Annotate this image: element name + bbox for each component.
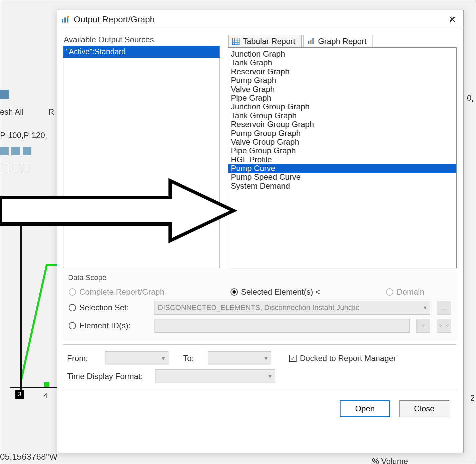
report-tabs: Tabular Report Graph Report: [228, 35, 457, 47]
time-format-dropdown[interactable]: ▾: [155, 369, 275, 383]
radio-complete-label: Complete Report/Graph: [79, 287, 164, 297]
bg-toolbar: [0, 147, 31, 155]
data-scope-label: Data Scope: [68, 273, 454, 282]
bg-coord: 05.1563768°W: [0, 452, 57, 462]
svg-point-4: [67, 16, 69, 18]
list-item[interactable]: Junction Group Graph: [228, 102, 456, 111]
list-item[interactable]: Junction Graph: [228, 50, 456, 58]
bg-refresh-label: esh All: [0, 107, 24, 117]
tab-graph-label: Graph Report: [318, 37, 366, 46]
bg-tb-icon-2[interactable]: [11, 147, 20, 155]
table-icon: [232, 38, 240, 45]
element-pick-button[interactable]: >··<: [437, 319, 451, 333]
list-item[interactable]: System Demand: [228, 182, 456, 190]
bg-tb-icon-1[interactable]: [0, 147, 9, 155]
chevron-down-icon: ▾: [162, 355, 165, 362]
bg-tb2-icon-1[interactable]: [2, 165, 9, 172]
list-item[interactable]: Valve Group Graph: [228, 138, 456, 146]
bg-tb2-icon-2[interactable]: [12, 165, 19, 172]
chevron-down-icon: ▾: [269, 373, 272, 380]
graph-report-list[interactable]: Junction Graph Tank Graph Reservoir Grap…: [228, 47, 457, 268]
svg-rect-2: [64, 17, 66, 22]
element-prev-button[interactable]: <: [416, 319, 430, 333]
element-ids-label: Element ID(s):: [79, 321, 149, 330]
titlebar: Output Report/Graph ✕: [57, 10, 463, 29]
data-scope-group: Data Scope Complete Report/Graph Selecte…: [63, 270, 457, 340]
separator: [63, 390, 457, 390]
output-report-dialog: Output Report/Graph ✕ Available Output S…: [57, 10, 464, 453]
svg-rect-1: [62, 19, 63, 22]
radio-element-ids[interactable]: Element ID(s):: [69, 321, 149, 330]
radio-selected-elements[interactable]: Selected Element(s) <: [230, 287, 320, 297]
bg-axis-x: [10, 387, 57, 388]
to-dropdown[interactable]: ▾: [208, 351, 271, 365]
time-format-row: Time Display Format: ▾: [63, 367, 457, 385]
dialog-buttons: Open Close: [63, 395, 457, 420]
docked-label: Docked to Report Manager: [300, 354, 396, 363]
time-format-label: Time Display Format:: [67, 372, 150, 381]
time-range-row: From: ▾ To: ▾ ✓ Docked to Report Manager: [63, 349, 457, 367]
tab-tabular-report[interactable]: Tabular Report: [228, 35, 302, 47]
list-item[interactable]: Tank Group Graph: [228, 111, 456, 120]
tab-graph-report[interactable]: Graph Report: [304, 35, 373, 47]
from-label: From:: [67, 354, 100, 363]
to-label: To:: [183, 354, 203, 363]
bg-tb2-icon-3[interactable]: [22, 165, 29, 172]
radio-selected-label: Selected Element(s) <: [241, 287, 320, 297]
svg-rect-10: [308, 41, 310, 44]
list-item[interactable]: Pump Speed Curve: [228, 173, 456, 181]
list-item[interactable]: HGL Profile: [228, 155, 456, 164]
bg-chart-line: [20, 262, 60, 395]
selection-set-label: Selection Set:: [79, 303, 149, 312]
open-button[interactable]: Open: [340, 400, 390, 417]
sources-list[interactable]: "Active":Standard: [63, 46, 220, 268]
dialog-icon: [61, 15, 70, 24]
list-item[interactable]: Pipe Group Graph: [228, 146, 456, 155]
svg-rect-5: [232, 38, 239, 45]
check-icon: ✓: [289, 355, 297, 362]
from-dropdown[interactable]: ▾: [105, 351, 168, 365]
radio-complete-report: Complete Report/Graph: [69, 287, 164, 297]
docked-checkbox[interactable]: ✓ Docked to Report Manager: [289, 354, 396, 363]
radio-domain: Domain: [386, 287, 424, 297]
bg-axis-y: [20, 213, 22, 390]
list-item[interactable]: Reservoir Group Graph: [228, 120, 456, 129]
radio-domain-label: Domain: [397, 287, 424, 297]
element-ids-input[interactable]: [154, 319, 410, 333]
radio-selection-set[interactable]: Selection Set:: [69, 303, 149, 312]
bg-pumps-label: P-100,P-120,: [0, 131, 47, 140]
separator: [63, 344, 457, 345]
bg-tool-icon[interactable]: [0, 90, 9, 99]
chart-icon: [307, 38, 315, 45]
bg-tb-icon-3[interactable]: [23, 147, 31, 155]
selection-set-browse-button[interactable]: …: [437, 301, 451, 315]
chevron-down-icon: ▾: [424, 304, 427, 311]
svg-rect-12: [313, 38, 314, 44]
list-item[interactable]: Reservoir Graph: [228, 67, 456, 76]
svg-rect-0: [44, 382, 49, 387]
selection-set-dropdown[interactable]: DISCONNECTED_ELEMENTS, Disconnection Ins…: [154, 301, 430, 315]
list-item[interactable]: Pump Group Graph: [228, 129, 456, 138]
selection-set-value: DISCONNECTED_ELEMENTS, Disconnection Ins…: [158, 303, 359, 312]
list-item[interactable]: Tank Graph: [228, 58, 456, 67]
dialog-title: Output Report/Graph: [74, 14, 445, 25]
list-item[interactable]: Pipe Graph: [228, 94, 456, 102]
bg-right-0: 0,: [467, 93, 474, 103]
list-item-pump-curve[interactable]: Pump Curve: [228, 164, 456, 173]
close-icon[interactable]: ✕: [445, 14, 459, 25]
list-item[interactable]: Pump Graph: [228, 76, 456, 85]
chevron-down-icon: ▾: [265, 355, 268, 362]
available-sources-label: Available Output Sources: [63, 35, 220, 46]
list-item[interactable]: Valve Graph: [228, 85, 456, 94]
bg-toolbar-2: [2, 165, 29, 172]
bg-menu-r: R: [48, 107, 54, 117]
svg-rect-11: [311, 40, 312, 44]
bg-right-2: 2: [470, 393, 475, 403]
close-button[interactable]: Close: [399, 400, 449, 417]
tab-tabular-label: Tabular Report: [243, 37, 295, 46]
bg-volume: % Volume: [372, 457, 408, 464]
source-item-active[interactable]: "Active":Standard: [63, 46, 219, 58]
